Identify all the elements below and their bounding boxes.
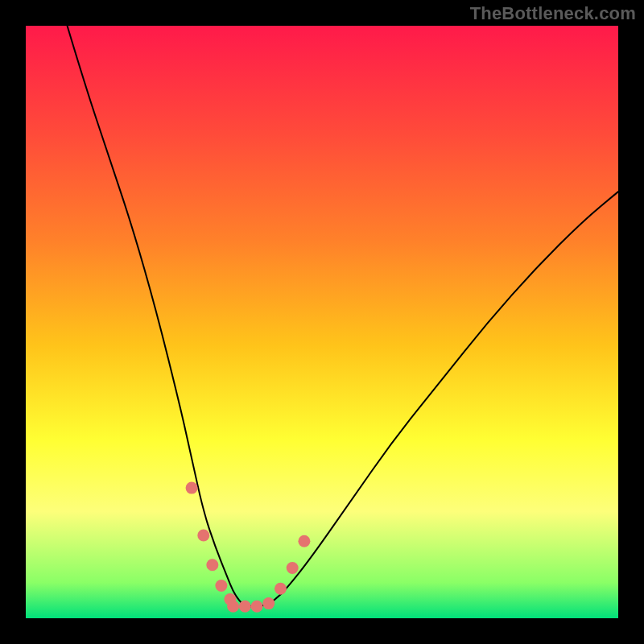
highlight-dot: [186, 482, 198, 494]
highlight-dots: [186, 482, 311, 613]
watermark: TheBottleneck.com: [470, 3, 636, 24]
highlight-dot: [262, 597, 275, 609]
highlight-dot: [215, 580, 227, 592]
highlight-dot: [298, 535, 310, 547]
bottleneck-curve: [68, 26, 618, 606]
highlight-dot: [275, 583, 287, 595]
highlight-dot: [227, 601, 239, 613]
curve-layer: [26, 26, 618, 618]
highlight-dot: [251, 601, 263, 613]
highlight-dot: [287, 562, 299, 574]
plot-area: [26, 26, 618, 618]
highlight-dot: [239, 601, 251, 613]
highlight-dot: [197, 529, 209, 541]
highlight-dot: [206, 559, 218, 571]
chart-frame: TheBottleneck.com: [0, 0, 644, 644]
